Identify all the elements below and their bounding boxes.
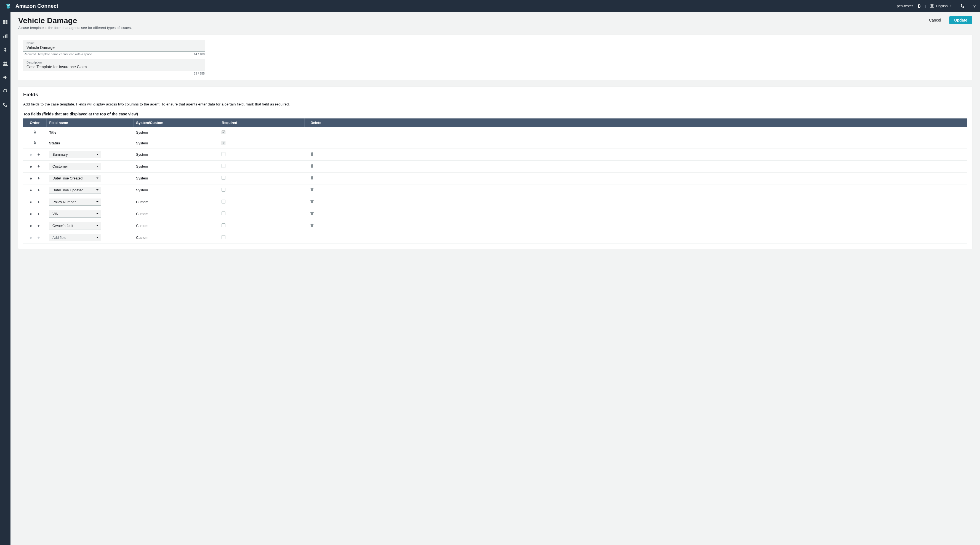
required-checkbox[interactable] — [221, 235, 226, 239]
svg-rect-9 — [5, 35, 6, 38]
col-required: Required — [219, 118, 304, 127]
required-checkbox[interactable] — [221, 188, 226, 191]
move-up-button[interactable] — [29, 212, 33, 217]
help-icon[interactable]: ? — [974, 3, 975, 8]
routing-icon[interactable] — [3, 47, 8, 52]
desc-value: Case Template for Insurance Claim — [27, 64, 202, 70]
name-count: 14 / 100 — [194, 53, 205, 56]
phone-icon[interactable] — [960, 4, 964, 8]
col-delete: Delete — [304, 118, 967, 127]
field-type: System — [133, 127, 219, 138]
move-down-button[interactable] — [36, 199, 41, 205]
field-name-label: Title — [49, 130, 57, 134]
move-down-button[interactable] — [36, 212, 41, 217]
required-checkbox — [221, 141, 226, 145]
svg-point-12 — [5, 62, 7, 64]
field-name-dropdown[interactable]: Summary — [49, 151, 101, 158]
svg-rect-10 — [6, 34, 8, 38]
logo-area[interactable]: Amazon Connect — [5, 2, 58, 10]
page-title: Vehicle Damage — [18, 16, 132, 25]
lock-icon — [33, 141, 37, 144]
field-name-dropdown[interactable]: Add field — [49, 234, 101, 241]
svg-rect-7 — [6, 22, 8, 24]
move-down-button[interactable] — [36, 176, 41, 181]
name-field[interactable]: Name Vehicle Damage — [23, 40, 205, 52]
field-name-dropdown[interactable]: Customer — [49, 163, 101, 170]
chevron-down-icon — [96, 212, 99, 216]
topbar-right: pen-tester | English | | ? — [897, 3, 975, 8]
divider: | — [925, 4, 926, 8]
move-down-button[interactable] — [36, 223, 41, 228]
announce-icon[interactable] — [3, 75, 8, 80]
move-down-button[interactable] — [36, 188, 41, 193]
metrics-icon[interactable] — [3, 33, 8, 38]
field-name-dropdown[interactable]: Policy Number — [49, 199, 101, 206]
logout-icon[interactable] — [917, 4, 921, 8]
field-type: Custom — [133, 208, 219, 220]
trash-icon[interactable] — [310, 176, 314, 180]
move-up-button[interactable] — [29, 176, 33, 181]
table-row: Owner's faultCustom — [23, 220, 967, 232]
divider: | — [955, 4, 956, 8]
trash-icon[interactable] — [310, 164, 314, 168]
required-checkbox[interactable] — [221, 199, 226, 204]
table-row: StatusSystem — [23, 138, 967, 148]
field-name-dropdown[interactable]: Owner's fault — [49, 222, 101, 229]
table-row: Date/Time CreatedSystem — [23, 172, 967, 184]
field-name-label: Policy Number — [52, 200, 76, 204]
required-checkbox[interactable] — [221, 176, 226, 180]
table-row: Policy NumberCustom — [23, 196, 967, 208]
field-type: System — [133, 160, 219, 172]
move-up-button[interactable] — [29, 164, 33, 169]
trash-icon[interactable] — [310, 152, 314, 156]
field-name-dropdown[interactable]: Date/Time Created — [49, 175, 101, 182]
left-sidebar — [0, 12, 11, 545]
headset-icon[interactable] — [3, 89, 8, 94]
chevron-down-icon — [96, 236, 99, 240]
field-type: System — [133, 172, 219, 184]
phone-nav-icon[interactable] — [3, 102, 8, 107]
trash-icon[interactable] — [310, 199, 314, 204]
field-type: Custom — [133, 196, 219, 208]
move-up-button[interactable] — [29, 223, 33, 228]
trash-icon[interactable] — [310, 212, 314, 215]
user-label[interactable]: pen-tester — [897, 4, 913, 8]
field-name-label: Add field — [52, 236, 67, 240]
trash-icon[interactable] — [310, 223, 314, 227]
fields-description: Add fields to the case template. Fields … — [23, 102, 967, 106]
required-checkbox — [221, 130, 226, 134]
field-name-label: Summary — [52, 152, 68, 156]
move-down-button[interactable] — [36, 152, 41, 157]
chevron-down-icon — [950, 5, 951, 7]
required-checkbox[interactable] — [221, 223, 226, 227]
chevron-down-icon — [96, 188, 99, 192]
connect-logo-icon — [5, 2, 12, 10]
chevron-down-icon — [96, 200, 99, 204]
field-name-label: Customer — [52, 164, 68, 169]
name-label: Name — [27, 41, 202, 45]
move-up-button[interactable] — [29, 199, 33, 205]
users-icon[interactable] — [3, 61, 8, 66]
required-checkbox[interactable] — [221, 152, 226, 156]
divider: | — [969, 4, 969, 8]
table-row: SummarySystem — [23, 148, 967, 160]
move-up-button[interactable] — [29, 188, 33, 193]
required-checkbox[interactable] — [221, 212, 226, 215]
move-down-button[interactable] — [36, 164, 41, 169]
template-info-card: Name Vehicle Damage Required. Template n… — [18, 35, 972, 80]
dashboard-icon[interactable] — [3, 20, 8, 25]
chevron-down-icon — [96, 224, 99, 228]
cancel-button[interactable]: Cancel — [924, 16, 946, 24]
language-switcher[interactable]: English — [930, 4, 951, 8]
field-type: System — [133, 138, 219, 148]
chevron-down-icon — [96, 176, 99, 180]
update-button[interactable]: Update — [950, 16, 972, 24]
field-name-dropdown[interactable]: Date/Time Updated — [49, 186, 101, 194]
name-value: Vehicle Damage — [27, 45, 202, 50]
required-checkbox[interactable] — [221, 164, 226, 168]
top-fields-label: Top fields (fields that are displayed at… — [23, 112, 967, 116]
field-name-dropdown[interactable]: VIN — [49, 210, 101, 218]
col-order: Order — [23, 118, 46, 127]
description-field[interactable]: Description Case Template for Insurance … — [23, 59, 205, 71]
trash-icon[interactable] — [310, 188, 314, 191]
